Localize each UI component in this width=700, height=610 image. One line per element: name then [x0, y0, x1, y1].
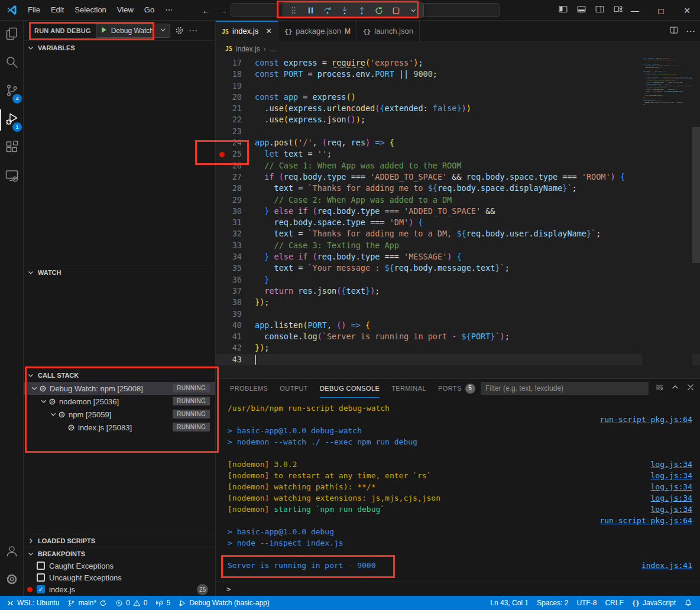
source-link[interactable]: run-script-pkg.js:64: [599, 414, 692, 425]
breadcrumb[interactable]: JS index.js › …: [216, 41, 700, 56]
toggle-primary-sidebar-button[interactable]: [558, 4, 568, 17]
loaded-scripts-section-header[interactable]: LOADED SCRIPTS: [24, 534, 215, 547]
status-remote-indicator[interactable]: WSL: Ubuntu: [2, 596, 63, 610]
status-notifications[interactable]: [680, 596, 696, 610]
call-stack-row[interactable]: nodemon [25036]RUNNING: [24, 395, 215, 408]
menu-view[interactable]: View: [112, 0, 139, 20]
step-over-button[interactable]: [321, 4, 334, 17]
breakpoint-row[interactable]: ✓index.js25: [24, 583, 215, 595]
gear-icon[interactable]: [175, 26, 184, 35]
more-actions-icon[interactable]: ⋯: [189, 25, 197, 36]
panel-tab-terminal[interactable]: TERMINAL: [391, 379, 426, 398]
console-line: > basic-app@1.0.0 debug: [228, 526, 692, 537]
breakpoint-checkbox[interactable]: ✓: [37, 585, 45, 593]
search-icon: [5, 55, 19, 72]
breakpoint-row[interactable]: Uncaught Exceptions: [24, 572, 215, 583]
watch-label: WATCH: [38, 269, 61, 276]
status-indentation[interactable]: Spaces: 2: [533, 596, 572, 610]
close-panel-button[interactable]: [686, 383, 695, 394]
panel-tab-debug-console[interactable]: DEBUG CONSOLE: [320, 379, 380, 398]
activity-remote-explorer[interactable]: [0, 163, 24, 191]
editor-more-actions-button[interactable]: ⋯: [686, 25, 695, 37]
launch-config-picker[interactable]: Debug Watch: [96, 24, 170, 38]
menu-edit[interactable]: Edit: [46, 0, 69, 20]
activity-extensions[interactable]: [0, 134, 24, 163]
close-tab-icon[interactable]: ✕: [265, 27, 272, 35]
breakpoint-row[interactable]: Caught Exceptions: [24, 560, 215, 572]
minimap[interactable]: const express = require('express');const…: [642, 56, 692, 378]
toggle-panel-button[interactable]: [576, 4, 586, 17]
debug-console-output[interactable]: /usr/bin/npm run-script debug-watchrun-s…: [216, 398, 700, 581]
source-link[interactable]: log.js:34: [651, 459, 692, 470]
breakpoints-section-header[interactable]: BREAKPOINTS: [24, 547, 215, 560]
source-link[interactable]: index.js:41: [641, 560, 692, 571]
stop-dropdown-button[interactable]: [407, 4, 420, 17]
panel-tab-problems[interactable]: PROBLEMS: [230, 379, 268, 398]
panel-tab-output[interactable]: OUTPUT: [280, 379, 308, 398]
toggle-secondary-sidebar-button[interactable]: [595, 4, 605, 17]
status-encoding[interactable]: UTF-8: [572, 596, 601, 610]
status-problems[interactable]: 00: [111, 596, 151, 610]
breakpoint-checkbox[interactable]: [37, 562, 45, 570]
source-link[interactable]: log.js:34: [651, 470, 692, 481]
code-line: 33 // Case 3: Texting the App: [216, 240, 700, 251]
pause-button[interactable]: [304, 4, 317, 17]
extensions-icon: [5, 140, 19, 157]
maximize-panel-button[interactable]: [671, 383, 679, 394]
step-out-button[interactable]: [355, 4, 368, 17]
console-filter-input[interactable]: [481, 382, 649, 395]
activity-explorer[interactable]: [0, 21, 24, 49]
breakpoint-glyph[interactable]: [216, 148, 228, 160]
editor-scrollbar[interactable]: [692, 127, 700, 263]
status-debug-session[interactable]: Debug Watch (basic-app): [174, 596, 274, 610]
menu-go[interactable]: Go: [139, 0, 160, 20]
status-eol[interactable]: CRLF: [601, 596, 627, 610]
source-link[interactable]: log.js:34: [651, 492, 692, 504]
menu-more[interactable]: ⋯: [160, 0, 178, 20]
variables-section-header[interactable]: VARIABLES: [24, 40, 215, 54]
activity-settings[interactable]: [0, 566, 24, 595]
variables-body: [24, 54, 215, 265]
tab-package.json[interactable]: {}package.jsonM: [278, 21, 357, 41]
tab-index.js[interactable]: JSindex.js✕: [216, 21, 278, 41]
source-link[interactable]: log.js:34: [651, 481, 692, 492]
menu-selection[interactable]: Selection: [69, 0, 111, 20]
running-badge: RUNNING: [173, 384, 210, 392]
step-into-button[interactable]: [338, 4, 351, 17]
status-language-mode[interactable]: {}JavaScript: [628, 596, 680, 610]
call-stack-row[interactable]: Debug Watch: npm [25008]RUNNING: [24, 382, 215, 395]
debug-console-input[interactable]: >: [216, 582, 700, 596]
call-stack-row[interactable]: npm [25059]RUNNING: [24, 408, 215, 421]
close-button[interactable]: ✕: [674, 0, 700, 21]
watch-section-header[interactable]: WATCH: [24, 265, 215, 279]
minimize-button[interactable]: —: [622, 0, 648, 21]
restart-button[interactable]: [372, 4, 385, 17]
menu-file[interactable]: File: [22, 0, 46, 20]
maximize-button[interactable]: ◻: [648, 0, 674, 21]
nav-back-icon[interactable]: ←: [202, 5, 210, 15]
console-line: [nodemon] 3.0.2log.js:34: [228, 459, 692, 470]
title-bar: FileEditSelectionViewGo⋯ ← → ] — ◻ ✕: [0, 0, 700, 21]
breakpoint-checkbox[interactable]: [37, 573, 45, 582]
start-debug-icon[interactable]: [100, 26, 108, 35]
split-editor-button[interactable]: [669, 25, 679, 37]
call-stack-row[interactable]: index.js [25083]RUNNING: [24, 421, 215, 434]
clear-console-button[interactable]: [655, 383, 664, 394]
activity-source-control[interactable]: 4: [0, 77, 24, 106]
call-stack-section-header[interactable]: CALL STACK: [24, 368, 215, 382]
stop-button[interactable]: [390, 4, 403, 17]
glyph-margin: [216, 320, 228, 331]
activity-run-and-debug[interactable]: 1: [0, 106, 24, 134]
json-file-icon: {}: [363, 27, 371, 35]
source-link[interactable]: log.js:34: [651, 504, 692, 515]
status-forwarded-ports[interactable]: 5: [151, 596, 174, 610]
code-line: 23: [216, 126, 700, 137]
activity-search[interactable]: [0, 49, 24, 77]
source-link[interactable]: run-script-pkg.js:64: [599, 515, 692, 526]
activity-accounts[interactable]: [0, 538, 24, 566]
tab-launch.json[interactable]: {}launch.json: [357, 21, 420, 41]
status-cursor-position[interactable]: Ln 43, Col 1: [486, 596, 533, 610]
panel-tab-ports[interactable]: PORTS5: [438, 379, 475, 398]
code-editor[interactable]: 17const express = require('express');18c…: [216, 56, 700, 378]
status-git-branch[interactable]: main*: [63, 596, 111, 610]
